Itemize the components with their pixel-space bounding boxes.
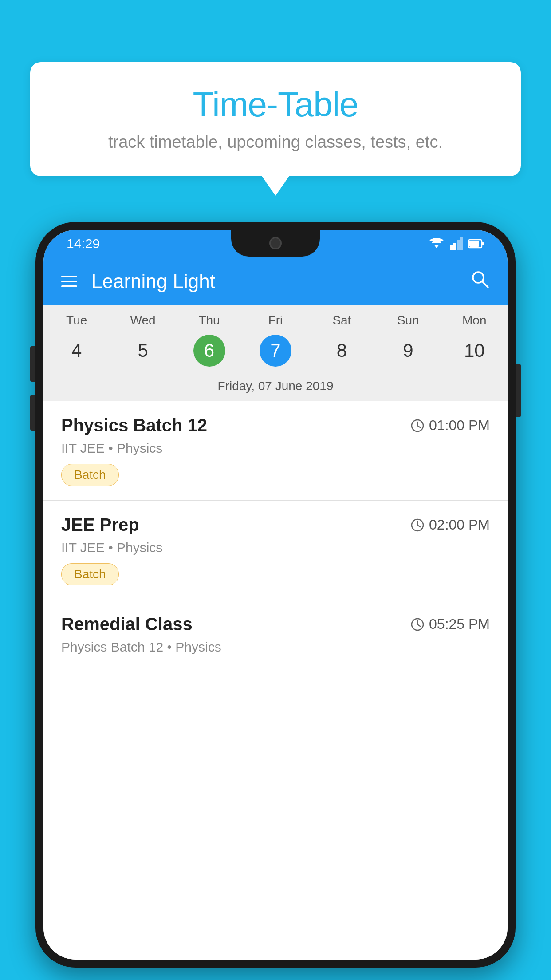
battery-icon (468, 239, 484, 249)
event-meta-2: IIT JEE • Physics (61, 540, 490, 555)
phone-container: 14:29 (35, 222, 516, 968)
day-name-mon: Mon (441, 313, 508, 328)
day-7-circle[interactable]: 7 (260, 335, 291, 367)
event-name-2: JEE Prep (61, 515, 139, 535)
calendar-strip: Tue Wed Thu Fri Sat Sun Mon 4 5 6 7 (43, 305, 508, 401)
status-time: 14:29 (67, 236, 100, 251)
svg-line-9 (482, 281, 488, 287)
event-header-2: JEE Prep 02:00 PM (61, 515, 490, 535)
event-time-3: 05:25 PM (410, 616, 490, 632)
phone-button-volume-up (30, 346, 35, 382)
day-numbers-row: 4 5 6 7 8 9 10 (43, 331, 508, 375)
event-tag-1: Batch (61, 464, 119, 486)
event-header-3: Remedial Class 05:25 PM (61, 614, 490, 634)
clock-icon-1 (410, 419, 425, 433)
svg-line-15 (417, 525, 420, 527)
event-item-remedial-class[interactable]: Remedial Class 05:25 PM Physics Batch 12… (43, 600, 508, 677)
speech-bubble: Time-Table track timetable, upcoming cla… (30, 62, 521, 176)
event-time-1: 01:00 PM (410, 417, 490, 434)
day-name-sat: Sat (309, 313, 375, 328)
day-6-circle[interactable]: 6 (193, 335, 225, 367)
svg-rect-3 (457, 240, 460, 250)
clock-icon-2 (410, 518, 425, 532)
bubble-title: Time-Table (48, 84, 503, 125)
event-header-1: Physics Batch 12 01:00 PM (61, 415, 490, 435)
day-10[interactable]: 10 (441, 335, 508, 367)
hamburger-menu-icon[interactable] (61, 276, 77, 287)
day-name-thu: Thu (176, 313, 242, 328)
day-8[interactable]: 8 (309, 335, 375, 367)
signal-icon (450, 237, 463, 250)
app-title: Learning Light (91, 270, 470, 292)
svg-rect-2 (453, 243, 456, 250)
wifi-icon (429, 237, 445, 250)
phone-screen: 14:29 (43, 230, 508, 960)
day-name-wed: Wed (110, 313, 176, 328)
event-name-3: Remedial Class (61, 614, 193, 634)
bubble-subtitle: track timetable, upcoming classes, tests… (48, 133, 503, 152)
phone-button-volume-down (30, 395, 35, 431)
phone-frame: 14:29 (35, 222, 516, 968)
event-time-2: 02:00 PM (410, 517, 490, 533)
svg-rect-1 (450, 245, 453, 250)
svg-line-18 (417, 624, 420, 626)
day-7[interactable]: 7 (242, 335, 308, 367)
speech-bubble-container: Time-Table track timetable, upcoming cla… (30, 62, 521, 176)
day-9[interactable]: 9 (375, 335, 441, 367)
svg-rect-7 (469, 241, 479, 247)
svg-rect-6 (482, 242, 484, 245)
selected-date-label: Friday, 07 June 2019 (43, 375, 508, 401)
event-list: Physics Batch 12 01:00 PM IIT JEE • Phys… (43, 401, 508, 960)
day-4[interactable]: 4 (43, 335, 110, 367)
clock-icon-3 (410, 617, 425, 632)
day-name-tue: Tue (43, 313, 110, 328)
event-name-1: Physics Batch 12 (61, 415, 207, 435)
event-meta-1: IIT JEE • Physics (61, 441, 490, 456)
day-5[interactable]: 5 (110, 335, 176, 367)
status-icons (429, 237, 484, 250)
app-bar: Learning Light (43, 257, 508, 305)
event-item-jee-prep[interactable]: JEE Prep 02:00 PM IIT JEE • Physics Batc… (43, 501, 508, 600)
day-names-row: Tue Wed Thu Fri Sat Sun Mon (43, 305, 508, 331)
event-tag-2: Batch (61, 563, 119, 585)
phone-camera (269, 237, 282, 249)
phone-button-power (516, 364, 521, 417)
phone-notch (231, 230, 320, 257)
svg-rect-4 (460, 237, 463, 250)
day-6[interactable]: 6 (176, 335, 242, 367)
event-meta-3: Physics Batch 12 • Physics (61, 640, 490, 655)
event-item-physics-batch-12[interactable]: Physics Batch 12 01:00 PM IIT JEE • Phys… (43, 401, 508, 501)
search-icon[interactable] (470, 269, 490, 293)
svg-line-12 (417, 426, 420, 427)
day-name-fri: Fri (242, 313, 308, 328)
day-name-sun: Sun (375, 313, 441, 328)
svg-marker-0 (434, 245, 439, 248)
